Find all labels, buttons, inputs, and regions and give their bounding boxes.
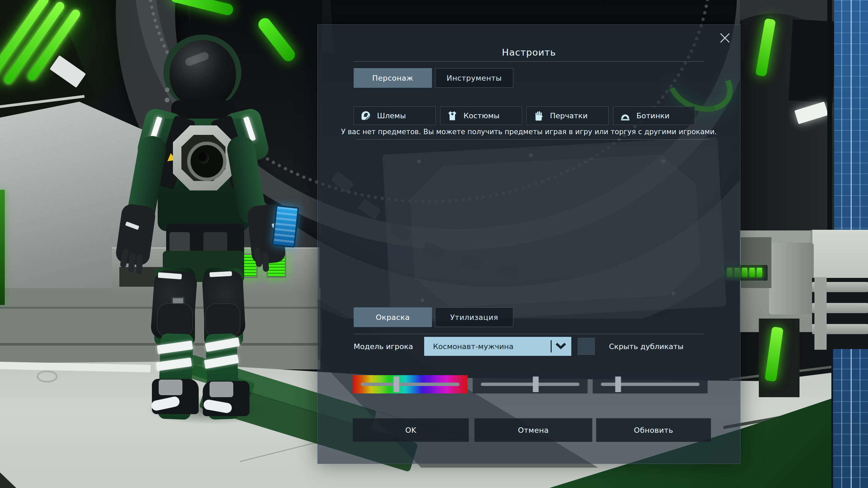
tab-recycle[interactable]: Утилизация: [435, 307, 513, 327]
divider: [354, 334, 704, 334]
hue-slider[interactable]: [353, 375, 468, 393]
tab-paint[interactable]: Окраска: [354, 307, 432, 327]
slider-thumb[interactable]: [533, 377, 539, 392]
chevron-down-icon: [555, 342, 567, 350]
tab-tools[interactable]: Инструменты: [435, 68, 513, 88]
machinery-bracket: [769, 243, 814, 314]
dialog-title: Настроить: [318, 47, 740, 58]
boot-cuff: [159, 380, 182, 395]
wrist-hologram-screen: [272, 205, 299, 248]
saturation-slider[interactable]: [473, 375, 588, 393]
divider: [356, 139, 710, 140]
ok-button[interactable]: OK: [353, 418, 469, 442]
boot-cuff: [210, 382, 233, 397]
category-label: Шлемы: [377, 111, 406, 120]
close-button[interactable]: [717, 31, 732, 46]
suit-icon: [447, 110, 458, 122]
button-label: OK: [405, 426, 416, 434]
green-edge-light: [0, 190, 5, 305]
green-led: [749, 268, 755, 277]
button-label: Обновить: [634, 426, 673, 434]
category-label: Костюмы: [463, 111, 499, 120]
category-label: Перчатки: [550, 111, 588, 120]
astronaut-character: [102, 34, 292, 427]
right-machinery-column: [740, 0, 834, 268]
tab-label: Окраска: [376, 313, 410, 322]
value-slider[interactable]: [593, 375, 708, 393]
glove-fingers: [136, 255, 143, 275]
slider-track: [481, 383, 579, 386]
tab-character[interactable]: Персонаж: [354, 68, 432, 88]
button-label: Отмена: [518, 426, 549, 434]
dropdown-selected-value: Космонавт-мужчина: [424, 342, 551, 351]
knee-pad: [157, 303, 193, 337]
tab-label: Утилизация: [450, 313, 498, 322]
game-screen: Настроить Персонаж Инструменты Шлемы Ко: [0, 0, 868, 488]
hide-duplicates-checkbox[interactable]: [578, 338, 595, 355]
category-gloves[interactable]: Перчатки: [527, 106, 609, 125]
green-led: [742, 268, 747, 277]
slider-thumb[interactable]: [615, 377, 621, 392]
category-suits[interactable]: Костюмы: [440, 106, 522, 125]
helmet-visor: [170, 40, 236, 108]
hide-duplicates-label: Скрыть дубликаты: [609, 337, 684, 356]
solar-rail-bracket: [814, 277, 827, 350]
column-separator: [827, 0, 832, 268]
customize-dialog: Настроить Персонаж Инструменты Шлемы Ко: [317, 24, 741, 464]
empty-inventory-message: У вас нет предметов. Вы можете получить …: [318, 128, 740, 136]
glove-icon: [533, 110, 545, 122]
slider-thumb[interactable]: [393, 377, 399, 392]
tab-label: Инструменты: [447, 74, 502, 82]
slider-track: [361, 383, 459, 386]
chest-device-core: [198, 152, 209, 164]
glove: [115, 203, 156, 266]
boot-icon: [619, 110, 631, 122]
green-led: [757, 268, 762, 277]
player-model-label: Модель игрока: [354, 337, 413, 356]
helmet-knob: [165, 98, 170, 102]
floor-drain: [37, 370, 58, 383]
helmet-icon: [360, 110, 372, 122]
category-helmets[interactable]: Шлемы: [354, 106, 436, 125]
category-label: Ботинки: [636, 111, 670, 120]
tab-label: Персонаж: [372, 74, 413, 82]
close-icon: [719, 32, 731, 45]
update-button[interactable]: Обновить: [596, 418, 711, 442]
helmet-knob: [165, 87, 170, 92]
knee-pad: [205, 303, 240, 337]
dropdown-separator: [551, 340, 552, 352]
category-boots[interactable]: Ботинки: [613, 106, 695, 125]
cancel-button[interactable]: Отмена: [474, 418, 592, 442]
player-model-dropdown[interactable]: Космонавт-мужчина: [424, 337, 571, 356]
divider: [354, 61, 704, 62]
